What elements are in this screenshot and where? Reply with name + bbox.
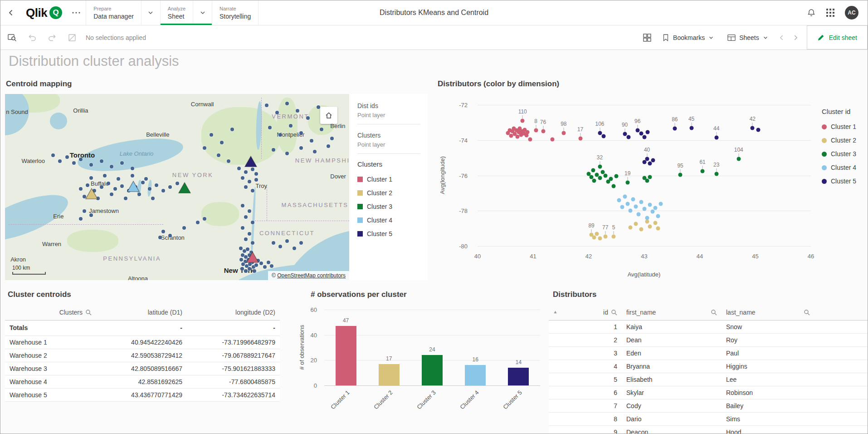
cell-latitude[interactable]: 42.8581692625	[96, 375, 187, 388]
bookmarks-menu[interactable]: Bookmarks	[655, 25, 721, 49]
legend-item-cluster-1[interactable]: Cluster 1	[822, 120, 856, 133]
back-button[interactable]	[0, 0, 21, 25]
bar-plot-area[interactable]: 4717241614	[324, 310, 540, 385]
bar-cluster-2[interactable]	[379, 364, 400, 385]
scatter-point[interactable]	[656, 214, 660, 218]
cell-cluster[interactable]: Warehouse 2	[5, 349, 96, 362]
bar-cluster-4[interactable]	[465, 365, 486, 385]
nav-analyze-button[interactable]: Analyze Sheet	[161, 0, 193, 25]
distributors-col-id[interactable]: id	[603, 309, 608, 316]
insight-advisor-icon[interactable]	[639, 30, 655, 46]
cell-last-name[interactable]: Robinson	[722, 386, 814, 399]
scatter-point[interactable]	[578, 136, 582, 140]
scatter-point[interactable]	[645, 219, 649, 223]
cell-id[interactable]: 1	[549, 320, 622, 333]
scatter-point[interactable]	[659, 202, 663, 206]
distributors-table-viewport[interactable]: id first_name last_name 1KaiyaSnow2DeanR…	[549, 305, 868, 434]
scatter-point[interactable]	[678, 173, 683, 177]
legend-item-cluster-4[interactable]: Cluster 4	[822, 161, 856, 174]
cell-last-name[interactable]: Snow	[722, 320, 814, 333]
cell-id[interactable]: 6	[549, 386, 622, 399]
legend-item-cluster-5[interactable]: Cluster 5	[822, 174, 856, 188]
cell-first-name[interactable]: Deacon	[622, 425, 722, 434]
scatter-point[interactable]	[751, 126, 755, 130]
cell-longitude[interactable]: -79.067889217647	[187, 349, 280, 362]
selections-tool-icon[interactable]	[4, 30, 20, 46]
cell-first-name[interactable]: Bryanna	[622, 360, 722, 373]
scatter-point[interactable]	[756, 128, 760, 132]
legend-item-cluster-3[interactable]: Cluster 3	[822, 147, 856, 161]
scatter-point[interactable]	[689, 126, 693, 130]
cell-first-name[interactable]: Dario	[622, 412, 722, 425]
distributors-col-last-name[interactable]: last_name	[726, 309, 756, 316]
scatter-point[interactable]	[650, 210, 654, 214]
cell-latitude[interactable]: 43.436770771429	[96, 388, 187, 401]
scatter-point[interactable]	[521, 118, 525, 123]
scatter-point[interactable]	[628, 209, 632, 213]
cell-cluster[interactable]: Warehouse 1	[5, 335, 96, 349]
scatter-point[interactable]	[736, 157, 741, 161]
cell-longitude[interactable]: -77.6800485875	[187, 375, 280, 388]
cell-cluster[interactable]: Warehouse 4	[5, 375, 96, 388]
scatter-point[interactable]	[631, 197, 635, 201]
scatter-point[interactable]	[603, 173, 607, 178]
search-icon[interactable]	[711, 309, 717, 316]
map-centroid-triangle[interactable]	[127, 180, 140, 192]
scatter-point[interactable]	[623, 132, 627, 136]
scatter-point[interactable]	[701, 169, 705, 173]
cell-longitude[interactable]: -73.719966482979	[187, 335, 280, 349]
scatter-point[interactable]	[602, 134, 606, 138]
cell-first-name[interactable]: Skylar	[622, 386, 722, 399]
cell-id[interactable]: 3	[549, 346, 622, 360]
edit-sheet-button[interactable]: Edit sheet	[807, 25, 868, 49]
previous-sheet-icon[interactable]	[775, 25, 789, 49]
map-centroid-triangle[interactable]	[246, 251, 259, 263]
scatter-point[interactable]	[528, 137, 532, 141]
cell-longitude[interactable]: -75.901621883333	[187, 362, 280, 375]
search-icon[interactable]	[85, 309, 92, 316]
scatter-point[interactable]	[627, 135, 631, 139]
scatter-point[interactable]	[645, 179, 649, 183]
scatter-point[interactable]	[642, 207, 646, 211]
cell-id[interactable]: 8	[549, 412, 622, 425]
scatter-point[interactable]	[561, 131, 566, 135]
legend-item-cluster-2[interactable]: Cluster 2	[357, 186, 428, 200]
analyze-dropdown-button[interactable]	[193, 0, 212, 25]
scatter-point[interactable]	[534, 128, 538, 133]
cell-cluster[interactable]: Warehouse 5	[5, 388, 96, 401]
cell-longitude[interactable]: -73.734622635714	[187, 388, 280, 401]
map-layer-item[interactable]: ClustersPoint layer	[357, 130, 420, 154]
scatter-point[interactable]	[612, 184, 616, 188]
cell-id[interactable]: 5	[549, 373, 622, 386]
bar-cluster-1[interactable]	[336, 326, 356, 385]
scatter-point[interactable]	[598, 131, 602, 135]
scatter-point[interactable]	[639, 200, 644, 204]
map-centroid-triangle[interactable]	[178, 182, 191, 194]
more-menu-button[interactable]	[67, 0, 86, 25]
cell-id[interactable]: 9	[549, 425, 622, 434]
map-layer-item[interactable]: Dist idsPoint layer	[357, 100, 420, 124]
scatter-point[interactable]	[673, 127, 677, 131]
scatter-point[interactable]	[634, 222, 638, 226]
scatter-point[interactable]	[714, 172, 718, 176]
scatter-point[interactable]	[645, 216, 649, 220]
scatter-point[interactable]	[648, 202, 652, 207]
cell-first-name[interactable]: Cody	[622, 399, 722, 412]
scatter-point[interactable]	[625, 181, 629, 185]
prepare-dropdown-button[interactable]	[141, 0, 160, 25]
scatter-point[interactable]	[634, 204, 638, 208]
scatter-point[interactable]	[653, 206, 658, 210]
cell-first-name[interactable]: Dean	[622, 333, 722, 346]
clear-selections-icon[interactable]	[64, 30, 80, 46]
scatter-point[interactable]	[625, 202, 629, 206]
centroids-col-longitude[interactable]: longitude (D2)	[187, 305, 280, 320]
map-centroid-triangle[interactable]	[244, 156, 258, 168]
scatter-plot-area[interactable]: 1108769817897753219956123104106909686454…	[478, 105, 811, 246]
bar-cluster-5[interactable]	[508, 368, 529, 385]
scatter-point[interactable]	[648, 225, 652, 229]
cell-last-name[interactable]: Bailey	[722, 399, 814, 412]
nav-narrate-button[interactable]: Narrate Storytelling	[212, 0, 258, 25]
map-attribution-link[interactable]: OpenStreetMap contributors	[277, 272, 346, 279]
scatter-point[interactable]	[617, 198, 621, 202]
cell-id[interactable]: 2	[549, 333, 622, 346]
